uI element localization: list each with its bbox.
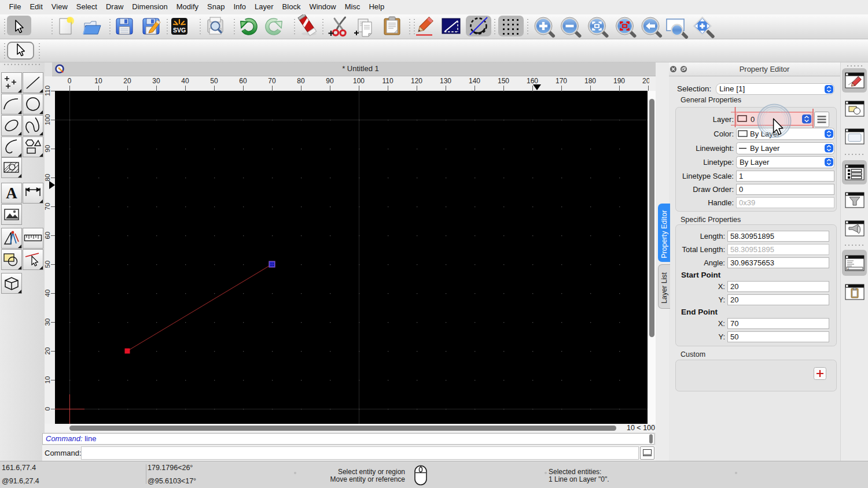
svg-text:90: 90 <box>45 145 51 153</box>
svg-text:140: 140 <box>469 77 480 85</box>
svg-text:X:: X: <box>718 282 725 291</box>
svg-text:End Point: End Point <box>681 308 718 316</box>
svg-text:70: 70 <box>730 319 738 328</box>
svg-text:20: 20 <box>123 77 131 85</box>
svg-text:100: 100 <box>45 114 51 125</box>
svg-text:180: 180 <box>584 77 596 85</box>
svg-text:10: 10 <box>45 376 51 384</box>
svg-text:Angle:: Angle: <box>704 258 725 267</box>
svg-text:Color:: Color: <box>713 130 734 138</box>
svg-text:Line [1]: Line [1] <box>719 84 745 93</box>
svg-text:Draw Order:: Draw Order: <box>693 185 734 194</box>
svg-text:200: 200 <box>642 77 649 85</box>
svg-text:70: 70 <box>268 77 276 85</box>
svg-text:20: 20 <box>730 295 738 304</box>
svg-text:190: 190 <box>613 77 625 85</box>
svg-text:58.30951895: 58.30951895 <box>730 232 774 241</box>
svg-text:Linetype:: Linetype: <box>703 158 734 167</box>
svg-text:X:: X: <box>718 319 725 328</box>
svg-text:160: 160 <box>527 77 538 85</box>
svg-text:50: 50 <box>210 77 218 85</box>
svg-text:20: 20 <box>730 282 738 291</box>
svg-text:110: 110 <box>382 77 393 85</box>
svg-text:58.30951895: 58.30951895 <box>730 245 774 254</box>
svg-text:Specific Properties: Specific Properties <box>681 216 741 224</box>
svg-text:Start Point: Start Point <box>681 271 721 279</box>
svg-text:60: 60 <box>45 232 51 239</box>
svg-text:10: 10 <box>94 77 102 85</box>
svg-text:Length:: Length: <box>700 232 725 241</box>
svg-text:SVG: SVG <box>173 27 186 34</box>
svg-text:50: 50 <box>45 261 51 268</box>
svg-text:170: 170 <box>556 77 567 85</box>
svg-text:0: 0 <box>739 185 743 194</box>
svg-text:Y:: Y: <box>718 332 725 341</box>
svg-text:Layer:: Layer: <box>713 115 734 124</box>
svg-text:30: 30 <box>45 319 51 326</box>
svg-text:100: 100 <box>353 77 365 85</box>
svg-text:40: 40 <box>45 290 51 297</box>
svg-text:30: 30 <box>152 77 160 85</box>
svg-text:By Layer: By Layer <box>740 158 770 167</box>
svg-text:Property Editor: Property Editor <box>740 65 790 73</box>
svg-text:60: 60 <box>239 77 247 85</box>
svg-text:0: 0 <box>45 407 51 411</box>
svg-text:Handle:: Handle: <box>708 198 734 207</box>
svg-text:110: 110 <box>45 86 51 96</box>
svg-text:A: A <box>6 184 17 202</box>
svg-text:Selection:: Selection: <box>677 84 711 93</box>
svg-text:1: 1 <box>739 172 743 180</box>
svg-text:80: 80 <box>45 174 51 182</box>
svg-text:90: 90 <box>326 77 334 85</box>
svg-text:General Properties: General Properties <box>681 96 741 104</box>
svg-text:80: 80 <box>297 77 305 85</box>
svg-text:20: 20 <box>45 347 51 355</box>
svg-text:Total Length:: Total Length: <box>682 245 725 254</box>
svg-text:0: 0 <box>751 115 755 124</box>
svg-text:50: 50 <box>730 332 738 341</box>
svg-text:0x39: 0x39 <box>739 198 755 207</box>
svg-text:Linetype Scale:: Linetype Scale: <box>682 172 734 180</box>
svg-text:150: 150 <box>498 77 509 85</box>
svg-text:Custom: Custom <box>681 350 705 358</box>
svg-text:Lineweight:: Lineweight: <box>696 144 734 153</box>
svg-text:70: 70 <box>45 203 51 210</box>
svg-text:40: 40 <box>181 77 189 85</box>
svg-text:120: 120 <box>411 77 422 85</box>
svg-text:0: 0 <box>68 77 72 85</box>
svg-text:By Layer: By Layer <box>750 144 780 153</box>
svg-text:130: 130 <box>440 77 451 85</box>
svg-text:30.96375653: 30.96375653 <box>730 258 774 267</box>
svg-text:Y:: Y: <box>718 295 725 304</box>
